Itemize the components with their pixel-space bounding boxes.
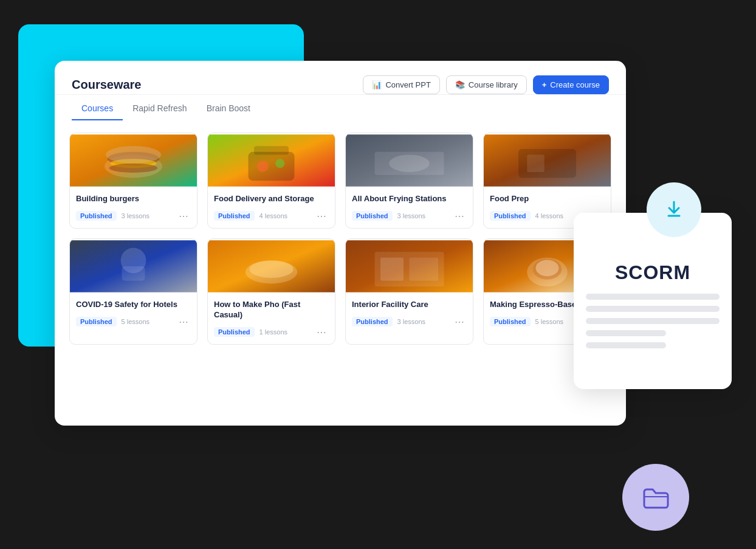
scorm-line-3 [586,318,720,324]
svg-point-22 [249,260,293,278]
course-thumbnail [208,133,335,188]
course-meta-left: Published 4 lessons [214,211,287,221]
course-info: Food Delivery and Storage Published 4 le… [208,188,335,228]
svg-point-30 [536,260,559,276]
course-meta: Published 3 lessons ⋯ [352,209,467,223]
course-meta: Published 5 lessons ⋯ [76,315,191,329]
plus-icon: + [542,80,547,89]
lessons-count: 3 lessons [122,212,149,219]
convert-label: Convert PPT [385,80,430,89]
more-options-button[interactable]: ⋯ [314,209,329,223]
course-meta-left: Published 1 lessons [214,327,287,337]
course-info: All About Frying Stations Published 3 le… [346,188,473,228]
course-meta: Published 4 lessons ⋯ [214,209,329,223]
scorm-line-5 [586,342,666,348]
course-library-button[interactable]: 📚 Course library [446,75,527,94]
lessons-count: 1 lessons [259,328,287,336]
folder-circle [622,464,689,531]
svg-point-4 [109,164,158,173]
course-name: All About Frying Stations [352,194,467,204]
svg-point-10 [275,159,284,168]
lessons-count: 5 lessons [122,318,149,325]
more-options-button[interactable]: ⋯ [176,209,191,223]
lessons-count: 3 lessons [397,318,425,325]
page-title: Courseware [72,78,142,92]
svg-rect-25 [380,258,404,281]
more-options-button[interactable]: ⋯ [452,315,467,329]
course-name: How to Make Pho (Fast Casual) [214,300,329,320]
more-options-button[interactable]: ⋯ [176,315,191,329]
course-meta: Published 3 lessons ⋯ [352,315,467,329]
svg-point-13 [389,155,430,173]
status-badge: Published [490,317,531,326]
scorm-line-4 [586,330,666,336]
card-header: Courseware 📊 Convert PPT 📚 Course librar… [55,61,626,95]
status-badge: Published [352,211,393,221]
svg-point-5 [106,146,161,164]
tab-rapid-refresh[interactable]: Rapid Refresh [123,95,197,120]
convert-icon: 📊 [372,80,382,89]
tab-brain-boost[interactable]: Brain Boost [197,95,260,120]
status-badge: Published [76,317,117,326]
course-card[interactable]: How to Make Pho (Fast Casual) Published … [207,238,335,345]
course-card[interactable]: All About Frying Stations Published 3 le… [345,133,473,229]
convert-ppt-button[interactable]: 📊 Convert PPT [363,75,439,94]
course-info: COVID-19 Safety for Hotels Published 5 l… [70,294,197,334]
course-thumbnail [346,133,473,188]
course-grid: Building burgers Published 3 lessons ⋯ [55,120,626,357]
scorm-line-1 [586,294,720,300]
scorm-card: SCORM [574,213,732,389]
course-card[interactable]: Interior Facility Care Published 3 lesso… [345,238,473,345]
status-badge: Published [76,211,117,221]
course-info: How to Make Pho (Fast Casual) Published … [208,294,335,344]
lessons-count: 4 lessons [259,212,287,219]
course-meta: Published 3 lessons ⋯ [76,209,191,223]
main-card: Courseware 📊 Convert PPT 📚 Course librar… [55,61,626,426]
course-name: Food Prep [490,194,605,204]
svg-rect-19 [122,266,145,281]
course-card[interactable]: Building burgers Published 3 lessons ⋯ [69,133,198,229]
course-meta: Published 1 lessons ⋯ [214,325,329,339]
course-meta-left: Published 3 lessons [352,317,425,326]
download-circle [647,182,701,237]
svg-rect-7 [249,152,295,181]
course-card[interactable]: Food Delivery and Storage Published 4 le… [207,133,335,229]
course-thumbnail [70,239,197,294]
course-thumbnail [208,239,335,294]
course-meta-left: Published 3 lessons [76,211,149,221]
course-meta-left: Published 5 lessons [76,317,149,326]
status-badge: Published [214,211,255,221]
course-meta-left: Published 4 lessons [490,211,563,221]
header-actions: 📊 Convert PPT 📚 Course library + Create … [363,75,609,94]
svg-point-9 [257,161,269,172]
more-options-button[interactable]: ⋯ [314,325,329,339]
status-badge: Published [214,327,255,337]
tabs-container: Courses Rapid Refresh Brain Boost [55,95,626,120]
more-options-button[interactable]: ⋯ [452,209,467,223]
library-icon: 📚 [455,80,465,89]
lessons-count: 3 lessons [397,212,425,219]
svg-rect-16 [527,155,545,173]
course-name: COVID-19 Safety for Hotels [76,300,191,310]
create-course-button[interactable]: + Create course [533,75,609,94]
status-badge: Published [490,211,531,221]
course-info: Interior Facility Care Published 3 lesso… [346,294,473,334]
tab-courses[interactable]: Courses [72,95,123,120]
scorm-line-2 [586,306,720,312]
folder-icon [639,481,673,514]
scorm-title: SCORM [615,261,690,284]
course-meta-left: Published 3 lessons [352,211,425,221]
course-thumbnail [70,133,197,188]
svg-rect-8 [254,146,289,154]
scorm-lines [586,294,720,348]
svg-rect-26 [410,258,439,281]
download-icon [659,195,689,225]
course-card[interactable]: COVID-19 Safety for Hotels Published 5 l… [69,238,198,345]
create-label: Create course [550,80,600,89]
library-label: Course library [469,80,518,89]
course-info: Building burgers Published 3 lessons ⋯ [70,188,197,228]
course-name: Building burgers [76,194,191,204]
course-name: Interior Facility Care [352,300,467,310]
course-thumbnail [346,239,473,294]
course-name: Food Delivery and Storage [214,194,329,204]
